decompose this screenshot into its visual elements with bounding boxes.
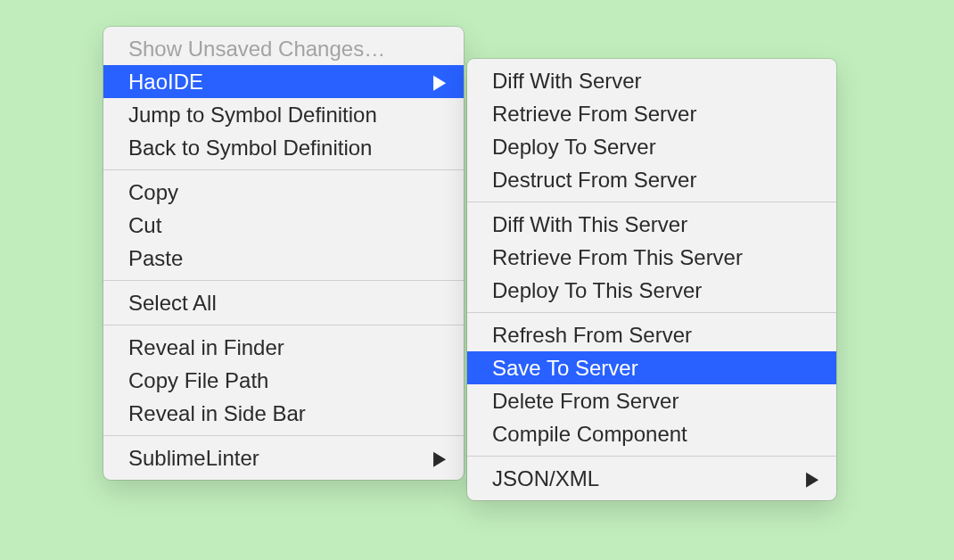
menu-item-destruct-from-server[interactable]: Destruct From Server	[467, 163, 836, 196]
menu-separator	[467, 312, 836, 313]
menu-item-jump-to-symbol[interactable]: Jump to Symbol Definition	[103, 98, 464, 131]
menu-item-label: SublimeLinter	[128, 446, 259, 471]
menu-item-deploy-to-this-server[interactable]: Deploy To This Server	[467, 274, 836, 307]
menu-item-label: Reveal in Finder	[128, 335, 284, 360]
menu-item-label: Save To Server	[492, 356, 638, 381]
menu-item-label: Delete From Server	[492, 389, 678, 414]
menu-item-label: Retrieve From This Server	[492, 245, 743, 270]
menu-item-reveal-in-finder[interactable]: Reveal in Finder	[103, 331, 464, 364]
menu-separator	[103, 325, 464, 325]
menu-item-label: Deploy To This Server	[492, 278, 702, 303]
menu-separator	[103, 435, 464, 436]
menu-item-sublimelinter[interactable]: SublimeLinter ▶	[103, 441, 464, 474]
menu-item-label: Show Unsaved Changes…	[128, 37, 385, 62]
menu-item-label: Destruct From Server	[492, 168, 696, 193]
menu-item-retrieve-from-this-server[interactable]: Retrieve From This Server	[467, 241, 836, 274]
menu-item-diff-with-server[interactable]: Diff With Server	[467, 64, 836, 97]
menu-item-save-to-server[interactable]: Save To Server	[467, 351, 836, 384]
menu-item-label: Deploy To Server	[492, 135, 656, 160]
context-menu-main: Show Unsaved Changes… HaoIDE ▶ Jump to S…	[103, 27, 464, 480]
menu-item-label: Cut	[128, 213, 161, 238]
menu-item-label: Jump to Symbol Definition	[128, 103, 377, 128]
menu-item-label: Select All	[128, 291, 217, 316]
menu-item-retrieve-from-server[interactable]: Retrieve From Server	[467, 97, 836, 130]
menu-separator	[467, 202, 836, 202]
menu-item-label: JSON/XML	[492, 466, 599, 491]
menu-item-diff-with-this-server[interactable]: Diff With This Server	[467, 208, 836, 241]
menu-item-label: Paste	[128, 246, 183, 271]
menu-item-back-to-symbol[interactable]: Back to Symbol Definition	[103, 131, 464, 164]
menu-item-label: Back to Symbol Definition	[128, 136, 372, 161]
menu-item-label: Reveal in Side Bar	[128, 401, 306, 426]
menu-item-label: Copy File Path	[128, 368, 268, 393]
menu-item-label: Compile Component	[492, 422, 687, 447]
menu-item-cut[interactable]: Cut	[103, 209, 464, 242]
chevron-right-icon: ▶	[433, 446, 446, 469]
context-menu-haoide: Diff With Server Retrieve From Server De…	[467, 59, 836, 500]
menu-item-haoide[interactable]: HaoIDE ▶	[103, 65, 464, 98]
menu-item-json-xml[interactable]: JSON/XML ▶	[467, 462, 836, 495]
menu-item-show-unsaved[interactable]: Show Unsaved Changes…	[103, 32, 464, 65]
menu-item-label: Diff With This Server	[492, 212, 687, 237]
menu-item-select-all[interactable]: Select All	[103, 286, 464, 319]
menu-item-reveal-in-side-bar[interactable]: Reveal in Side Bar	[103, 397, 464, 430]
menu-item-label: Refresh From Server	[492, 323, 692, 348]
menu-item-label: Diff With Server	[492, 69, 642, 94]
menu-item-copy-file-path[interactable]: Copy File Path	[103, 364, 464, 397]
menu-item-label: Retrieve From Server	[492, 102, 696, 127]
menu-separator	[103, 169, 464, 170]
menu-item-deploy-to-server[interactable]: Deploy To Server	[467, 130, 836, 163]
menu-item-label: Copy	[128, 180, 178, 205]
chevron-right-icon: ▶	[433, 70, 446, 93]
menu-separator	[103, 280, 464, 281]
menu-item-paste[interactable]: Paste	[103, 242, 464, 275]
menu-item-delete-from-server[interactable]: Delete From Server	[467, 384, 836, 417]
chevron-right-icon: ▶	[806, 466, 818, 490]
menu-item-label: HaoIDE	[128, 70, 203, 95]
menu-item-compile-component[interactable]: Compile Component	[467, 417, 836, 450]
menu-item-copy[interactable]: Copy	[103, 176, 464, 209]
menu-separator	[467, 456, 836, 457]
menu-item-refresh-from-server[interactable]: Refresh From Server	[467, 318, 836, 351]
